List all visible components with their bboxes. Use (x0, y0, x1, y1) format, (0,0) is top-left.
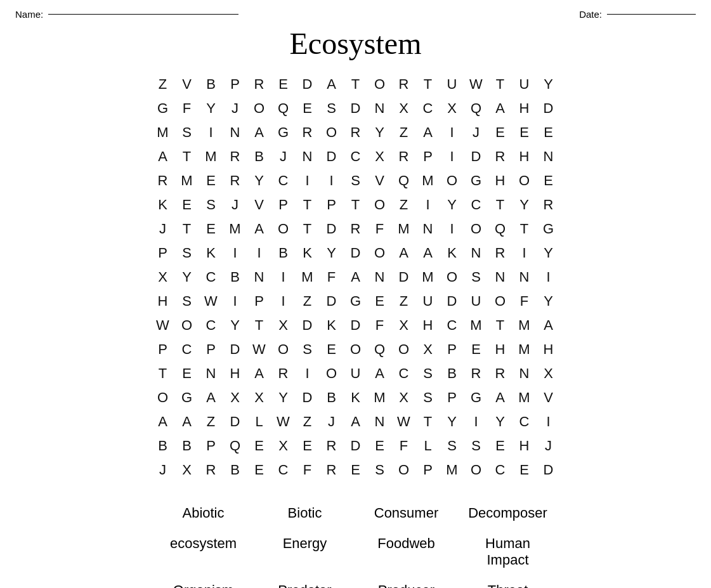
grid-cell: M (512, 313, 537, 337)
grid-cell: D (223, 410, 247, 434)
grid-cell: V (537, 386, 561, 410)
grid-cell: N (416, 217, 440, 241)
grid-cell: Y (537, 241, 561, 265)
grid-cell: F (296, 458, 320, 482)
grid-cell: O (175, 313, 199, 337)
grid-cell: X (271, 434, 296, 458)
grid-cell: I (271, 265, 296, 289)
word-row: ecosystemEnergyFoodwebHuman Impact (153, 532, 559, 572)
grid-cell: A (199, 386, 223, 410)
grid-cell: D (320, 217, 344, 241)
grid-cell: C (416, 96, 440, 121)
grid-cell: R (296, 121, 320, 145)
grid-cell: N (368, 265, 392, 289)
grid-cell: V (247, 193, 271, 217)
grid-cell: B (271, 241, 296, 265)
grid-cell: H (416, 313, 440, 337)
grid-cell: B (175, 434, 199, 458)
grid-cell: E (537, 169, 561, 193)
grid-cell: O (464, 217, 488, 241)
grid-cell: Y (247, 169, 271, 193)
grid-cell: D (296, 313, 320, 337)
word-item: Biotic (254, 501, 356, 525)
grid-cell: X (175, 458, 199, 482)
grid-cell: Y (440, 193, 464, 217)
grid-cell: Y (512, 193, 537, 217)
grid-cell: T (488, 193, 512, 217)
grid-cell: A (247, 121, 271, 145)
grid-cell: E (247, 434, 271, 458)
grid-cell: A (416, 121, 440, 145)
grid-cell: O (368, 241, 392, 265)
grid-cell: T (151, 362, 175, 386)
grid-cell: R (464, 362, 488, 386)
grid-cell: O (151, 386, 175, 410)
word-item: Threat (457, 578, 559, 588)
grid-cell: C (464, 193, 488, 217)
grid-cell: Q (392, 169, 416, 193)
grid-cell: A (537, 313, 561, 337)
grid-cell: A (344, 410, 368, 434)
grid-cell: C (175, 337, 199, 362)
grid-cell: X (416, 337, 440, 362)
grid-cell: D (296, 72, 320, 96)
grid-cell: W (464, 72, 488, 96)
grid-cell: O (392, 337, 416, 362)
grid-cell: C (488, 458, 512, 482)
word-item: Producer (356, 578, 457, 588)
grid-cell: X (392, 386, 416, 410)
grid-cell: T (488, 72, 512, 96)
grid-cell: H (151, 289, 175, 313)
grid-cell: O (344, 337, 368, 362)
grid-cell: K (151, 193, 175, 217)
header: Name: Date: (0, 0, 711, 20)
grid-cell: T (247, 313, 271, 337)
grid-cell: T (296, 193, 320, 217)
grid-cell: B (223, 265, 247, 289)
grid-cell: A (320, 72, 344, 96)
grid-cell: X (151, 265, 175, 289)
grid-cell: R (320, 458, 344, 482)
word-item: ecosystem (153, 532, 254, 572)
grid-cell: X (440, 96, 464, 121)
grid-cell: I (464, 410, 488, 434)
grid-cell: V (368, 169, 392, 193)
grid-cell: N (247, 265, 271, 289)
grid-cell: R (392, 72, 416, 96)
grid-cell: A (151, 410, 175, 434)
grid-cell: K (440, 241, 464, 265)
name-field: Name: (15, 9, 238, 20)
grid-cell: B (199, 72, 223, 96)
grid-cell: G (151, 96, 175, 121)
grid-cell: O (320, 362, 344, 386)
grid-cell: C (199, 265, 223, 289)
grid-cell: U (512, 72, 537, 96)
grid-cell: I (537, 410, 561, 434)
grid-cell: S (440, 434, 464, 458)
grid-cell: B (151, 434, 175, 458)
grid-cell: A (488, 96, 512, 121)
grid-cell: S (320, 96, 344, 121)
grid-cell: N (512, 265, 537, 289)
grid-cell: M (416, 169, 440, 193)
grid-cell: A (175, 410, 199, 434)
grid-cell: Z (392, 193, 416, 217)
grid-cell: Z (296, 410, 320, 434)
grid-cell: N (368, 410, 392, 434)
grid-cell: Q (368, 337, 392, 362)
grid-cell: S (464, 434, 488, 458)
grid-cell: H (512, 434, 537, 458)
grid-cell: P (223, 72, 247, 96)
word-search-container: ZVBPREDATORTUWTUYGFYJOQESDNXCXQAHDMSINAG… (0, 72, 711, 482)
grid-cell: E (512, 121, 537, 145)
grid-cell: E (464, 337, 488, 362)
grid-cell: A (247, 362, 271, 386)
word-search-grid: ZVBPREDATORTUWTUYGFYJOQESDNXCXQAHDMSINAG… (151, 72, 561, 482)
grid-cell: I (440, 145, 464, 169)
grid-cell: E (368, 289, 392, 313)
grid-cell: D (537, 458, 561, 482)
grid-cell: W (151, 313, 175, 337)
grid-cell: L (247, 410, 271, 434)
grid-cell: E (296, 96, 320, 121)
grid-cell: K (320, 313, 344, 337)
